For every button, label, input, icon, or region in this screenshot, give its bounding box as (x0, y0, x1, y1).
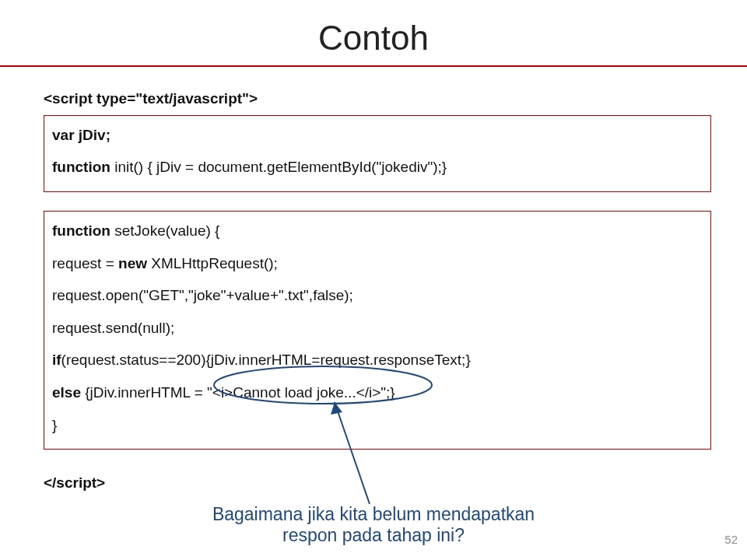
code-line: if(request.status==200){jDiv.innerHTML=r… (52, 344, 703, 376)
slide-content: <script type="text/javascript"> var jDiv… (0, 84, 747, 498)
code-line: request.open("GET","joke"+value+".txt",f… (52, 279, 703, 312)
callout-text: Bagaimana jika kita belum mendapatkan re… (0, 504, 747, 546)
code-line: var jDiv; (52, 119, 703, 152)
code-line: request.send(null); (52, 312, 703, 345)
code-open-tag: <script type="text/javascript"> (44, 84, 711, 114)
slide-title: Contoh (0, 0, 747, 65)
code-block-1: var jDiv; function init() { jDiv = docum… (44, 115, 711, 192)
code-line: else {jDiv.innerHTML = "<i>Cannot load j… (52, 376, 703, 409)
title-underline (0, 65, 747, 67)
code-block-2: function setJoke(value) { request = new … (44, 211, 711, 450)
code-line: } (52, 409, 703, 442)
code-line: request = new XMLHttpRequest(); (52, 247, 703, 280)
code-close-tag: </script> (44, 468, 711, 498)
code-line: function init() { jDiv = document.getEle… (52, 151, 703, 184)
code-line: function setJoke(value) { (52, 215, 703, 247)
page-number: 52 (724, 533, 738, 546)
